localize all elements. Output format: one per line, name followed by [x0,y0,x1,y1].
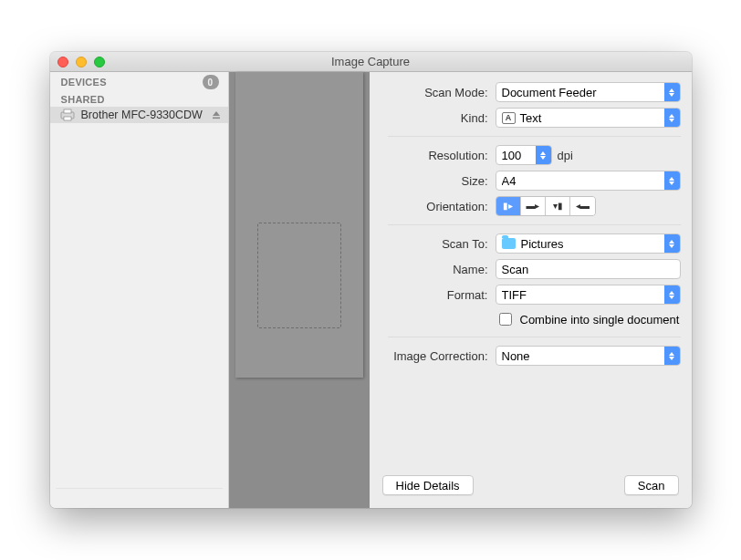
row-combine: Combine into single document [370,307,681,331]
combine-checkbox-input[interactable] [499,313,512,326]
stepper-arrows-icon [536,146,551,164]
devices-count-badge: 0 [203,75,219,89]
resolution-label: Resolution: [370,149,488,162]
image-correction-value[interactable] [496,346,681,366]
landscape-left-icon: ▬▸ [526,202,539,211]
sidebar-device-label: Brother MFC-9330CDW [81,109,204,121]
window-body: DEVICES 0 SHARED Brother MFC-9330CDW [50,72,692,508]
format-label: Format: [370,288,488,302]
format-select[interactable] [496,285,681,305]
sidebar-devices-label: DEVICES [61,77,107,88]
kind-label: Kind: [370,111,488,125]
sidebar-devices-header: DEVICES 0 [50,72,228,91]
settings-form: Scan Mode: Kind: A Tex [370,72,692,464]
divider [388,136,681,137]
kind-value-wrap: A Text [496,108,681,128]
stepper-arrows-icon [664,285,680,304]
scan-to-value-wrap: Pictures [496,233,681,254]
scan-to-value: Pictures [521,237,564,251]
crop-selection[interactable] [257,223,341,328]
name-label: Name: [370,263,488,276]
scan-mode-select[interactable] [496,82,681,102]
printer-icon [59,109,76,121]
orientation-label: Orientation: [370,200,488,213]
traffic-lights [57,57,105,67]
size-select[interactable] [496,171,681,191]
combine-checkbox[interactable]: Combine into single document [496,310,680,328]
footer: Hide Details Scan [370,464,692,508]
orientation-landscape-left[interactable]: ▬▸ [521,197,546,215]
sidebar-spacer [50,123,228,488]
orientation-portrait-down[interactable]: ▾▮ [546,197,570,215]
row-name: Name: [370,256,681,282]
preview-page[interactable] [235,72,363,378]
sidebar-device-item[interactable]: Brother MFC-9330CDW [50,107,228,123]
stepper-arrows-icon [664,83,680,101]
scan-to-label: Scan To: [370,237,488,251]
svg-rect-1 [64,109,71,113]
kind-select[interactable]: A Text [496,108,681,128]
size-value[interactable] [496,171,681,191]
resolution-unit: dpi [558,149,573,162]
stepper-arrows-icon [664,347,680,365]
portrait-down-icon: ▾▮ [553,202,563,211]
size-label: Size: [370,174,488,188]
row-image-correction: Image Correction: [370,343,681,368]
close-icon[interactable] [57,57,68,67]
row-size: Size: [370,168,681,193]
eject-icon[interactable] [210,109,223,121]
svg-rect-3 [213,118,220,119]
row-scan-to: Scan To: Pictures [370,231,681,256]
preview-pane [229,72,370,508]
format-value[interactable] [496,285,681,305]
kind-value: Text [520,111,542,125]
sidebar-footer [56,488,223,508]
name-input[interactable] [496,259,681,279]
stepper-arrows-icon [664,109,680,127]
stepper-arrows-icon [664,234,680,253]
sidebar: DEVICES 0 SHARED Brother MFC-9330CDW [50,72,229,508]
orientation-landscape-right[interactable]: ◂▬ [570,197,594,215]
window: Image Capture DEVICES 0 SHARED Brother M… [50,52,692,508]
row-scan-mode: Scan Mode: [370,79,681,105]
stepper-arrows-icon [664,171,680,190]
text-kind-icon: A [502,112,516,124]
divider [388,337,681,337]
image-correction-label: Image Correction: [370,349,488,363]
svg-rect-2 [64,117,71,120]
row-orientation: Orientation: ▮▸ ▬▸ ▾▮ ◂▬ [370,193,681,219]
row-kind: Kind: A Text [370,105,681,130]
row-format: Format: [370,282,681,307]
minimize-icon[interactable] [76,57,87,67]
portrait-up-icon: ▮▸ [503,202,513,211]
hide-details-button[interactable]: Hide Details [382,475,474,495]
sidebar-shared-header: SHARED [50,91,228,107]
zoom-icon[interactable] [94,57,105,67]
scan-button[interactable]: Scan [624,475,679,495]
window-title: Image Capture [50,55,692,68]
sidebar-shared-label: SHARED [61,94,105,105]
folder-icon [502,238,516,249]
settings-pane: Scan Mode: Kind: A Tex [370,72,692,508]
row-resolution: Resolution: dpi [370,142,681,168]
orientation-portrait[interactable]: ▮▸ [496,197,521,215]
resolution-select[interactable] [496,145,552,165]
scan-mode-label: Scan Mode: [370,86,488,99]
scan-to-select[interactable]: Pictures [496,233,681,254]
orientation-segmented[interactable]: ▮▸ ▬▸ ▾▮ ◂▬ [496,196,596,216]
landscape-right-icon: ◂▬ [576,202,590,211]
scan-mode-value[interactable] [496,82,681,102]
divider [388,224,681,225]
combine-label: Combine into single document [520,313,680,327]
titlebar: Image Capture [50,52,692,72]
image-correction-select[interactable] [496,346,681,366]
